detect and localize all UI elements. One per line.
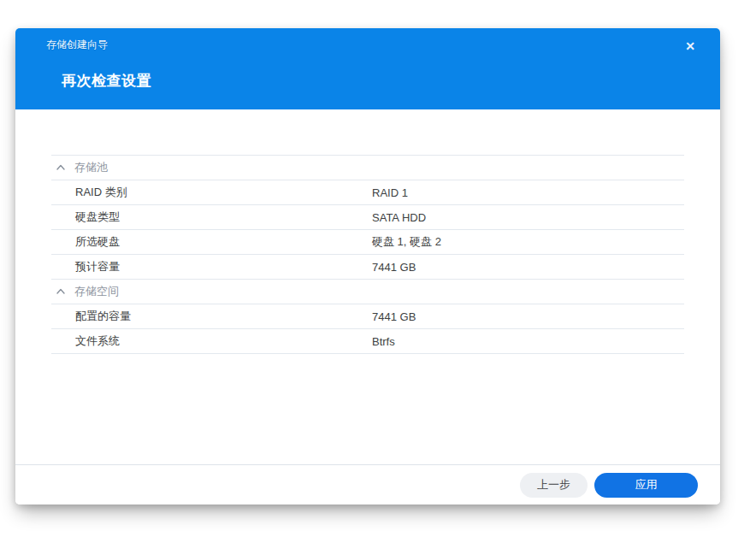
table-row: 所选硬盘硬盘 1, 硬盘 2 [51, 230, 684, 255]
table-row: 配置的容量7441 GB [51, 304, 684, 329]
dialog-footer: 上一步 应用 [15, 464, 720, 505]
dialog-title: 存储创建向导 [46, 38, 108, 52]
row-value: 7441 GB [372, 261, 684, 274]
page-background: 存储创建向导 ✕ 再次检查设置 存储池RAID 类别RAID 1硬盘类型SATA… [0, 0, 756, 537]
settings-summary: 存储池RAID 类别RAID 1硬盘类型SATA HDD所选硬盘硬盘 1, 硬盘… [51, 155, 684, 354]
apply-button[interactable]: 应用 [594, 473, 698, 498]
page-title: 再次检查设置 [62, 71, 151, 91]
table-row: 硬盘类型SATA HDD [51, 205, 684, 230]
row-value: Btrfs [372, 335, 684, 348]
row-label: 预计容量 [75, 259, 372, 274]
section-label: 存储空间 [74, 284, 119, 299]
row-value: SATA HDD [372, 211, 684, 224]
row-label: 配置的容量 [75, 309, 372, 324]
close-button[interactable]: ✕ [679, 35, 701, 57]
row-label: 所选硬盘 [75, 234, 372, 250]
chevron-up-icon [55, 162, 67, 174]
row-label: RAID 类别 [75, 185, 372, 200]
row-label: 文件系统 [75, 333, 372, 349]
row-value: RAID 1 [372, 186, 684, 199]
row-label: 硬盘类型 [75, 209, 372, 225]
summary-table: 存储池RAID 类别RAID 1硬盘类型SATA HDD所选硬盘硬盘 1, 硬盘… [51, 155, 684, 354]
close-icon: ✕ [685, 39, 695, 53]
row-value: 硬盘 1, 硬盘 2 [372, 234, 684, 250]
table-row: 文件系统Btrfs [51, 329, 684, 354]
back-button[interactable]: 上一步 [520, 473, 588, 498]
section-header[interactable]: 存储空间 [51, 280, 684, 304]
table-row: 预计容量7441 GB [51, 255, 684, 280]
chevron-up-icon [55, 286, 67, 298]
table-row: RAID 类别RAID 1 [51, 180, 684, 205]
dialog-header: 存储创建向导 ✕ 再次检查设置 [15, 28, 720, 109]
storage-creation-wizard-dialog: 存储创建向导 ✕ 再次检查设置 存储池RAID 类别RAID 1硬盘类型SATA… [15, 28, 720, 505]
row-value: 7441 GB [372, 310, 684, 323]
section-label: 存储池 [74, 160, 108, 175]
section-header[interactable]: 存储池 [51, 156, 684, 180]
